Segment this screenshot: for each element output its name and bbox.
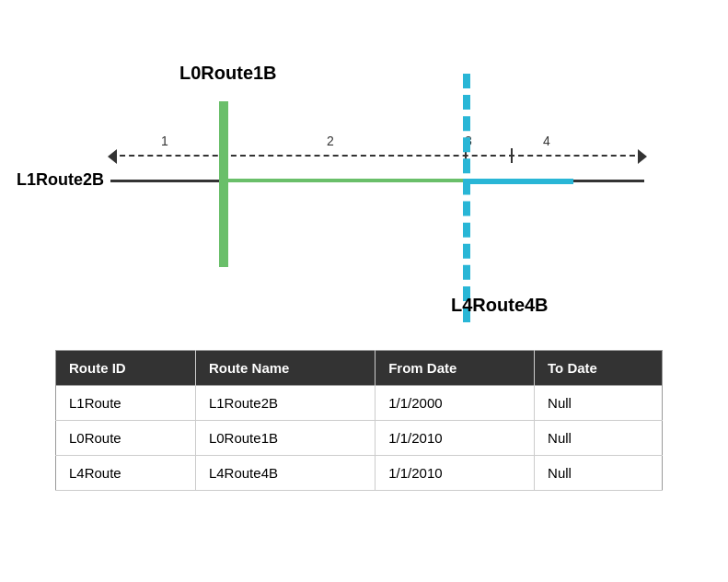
seg-label-2: 2: [327, 134, 334, 148]
cyan-vertical-bar: [463, 74, 470, 322]
label-l4route4b: L4Route4B: [451, 295, 549, 316]
table-cell: L0Route1B: [195, 421, 375, 456]
col-header-route-id: Route ID: [56, 351, 196, 386]
table-header-row: Route ID Route Name From Date To Date: [56, 351, 663, 386]
arrow-left-icon: [108, 149, 117, 164]
label-l1route2b: L1Route2B: [17, 170, 104, 190]
table-cell: L4Route4B: [195, 456, 375, 491]
table-row: L4RouteL4Route4B1/1/2010Null: [56, 456, 663, 491]
table-header: Route ID Route Name From Date To Date: [56, 351, 663, 386]
col-header-route-name: Route Name: [195, 351, 375, 386]
tick-3: [511, 148, 513, 163]
table-body: L1RouteL1Route2B1/1/2000NullL0RouteL0Rou…: [56, 386, 663, 491]
table-cell: 1/1/2010: [376, 421, 535, 456]
col-header-to-date: To Date: [535, 351, 663, 386]
seg-label-1: 1: [161, 134, 168, 148]
col-header-from-date: From Date: [376, 351, 535, 386]
table-cell: L1Route2B: [195, 386, 375, 421]
green-horizontal-line: [224, 179, 468, 182]
seg-label-4: 4: [543, 134, 550, 148]
table-cell: L0Route: [56, 421, 196, 456]
table-cell: Null: [535, 456, 663, 491]
table-cell: Null: [535, 421, 663, 456]
table-cell: 1/1/2010: [376, 456, 535, 491]
table-row: L0RouteL0Route1B1/1/2010Null: [56, 421, 663, 456]
arrow-right-icon: [638, 149, 647, 164]
diagram-area: L0Route1B 1 2 3 4 L1Route2B L4Route4B: [0, 0, 728, 341]
route-table-container: Route ID Route Name From Date To Date L1…: [55, 350, 663, 491]
table-cell: L4Route: [56, 456, 196, 491]
label-l0route1b: L0Route1B: [179, 63, 277, 84]
table-cell: Null: [535, 386, 663, 421]
table-cell: 1/1/2000: [376, 386, 535, 421]
route-table: Route ID Route Name From Date To Date L1…: [55, 350, 663, 491]
dashed-arrow-line: [110, 155, 644, 157]
table-row: L1RouteL1Route2B1/1/2000Null: [56, 386, 663, 421]
green-vertical-bar: [219, 101, 228, 267]
cyan-horizontal-line: [463, 179, 573, 184]
table-cell: L1Route: [56, 386, 196, 421]
